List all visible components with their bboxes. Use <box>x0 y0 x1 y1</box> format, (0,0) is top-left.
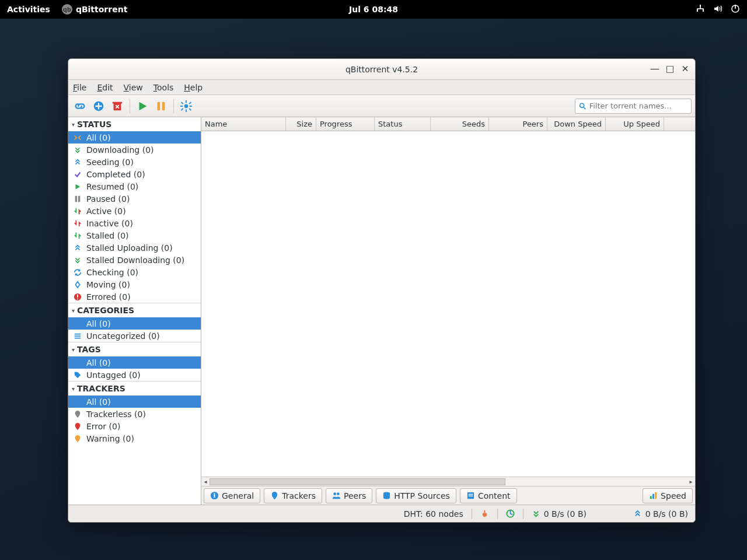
tracker-trackerless[interactable]: Trackerless (0) <box>68 408 201 420</box>
filter-downloading[interactable]: Downloading (0) <box>68 144 201 156</box>
svg-point-10 <box>184 104 188 107</box>
svg-rect-21 <box>78 195 81 202</box>
torrent-list-pane: Name Size Progress Status Seeds Peers Do… <box>201 117 695 505</box>
filter-paused[interactable]: Paused (0) <box>68 192 201 205</box>
svg-point-19 <box>580 103 584 107</box>
minimize-button[interactable]: ― <box>650 64 660 74</box>
add-link-button[interactable] <box>72 98 88 114</box>
filter-stalled[interactable]: Stalled (0) <box>68 229 201 242</box>
menubar: File Edit View Tools Help <box>68 80 695 95</box>
svg-point-27 <box>333 492 336 495</box>
add-torrent-button[interactable] <box>90 98 107 114</box>
filter-search[interactable] <box>575 99 692 114</box>
svg-rect-7 <box>113 102 123 103</box>
section-status[interactable]: ▾STATUS <box>68 117 201 131</box>
col-seeds[interactable]: Seeds <box>431 117 489 131</box>
taskbar-app[interactable]: qb qBittorrent <box>62 4 127 15</box>
svg-rect-12 <box>186 109 187 112</box>
col-status[interactable]: Status <box>375 117 431 131</box>
svg-rect-14 <box>190 106 193 107</box>
menu-file[interactable]: File <box>73 83 86 92</box>
close-button[interactable]: ✕ <box>680 64 690 74</box>
detail-tabs: iGeneral Trackers Peers HTTP Sources Con… <box>201 486 695 505</box>
col-up-speed[interactable]: Up Speed <box>606 117 664 131</box>
tracker-error[interactable]: Error (0) <box>68 420 201 432</box>
torrent-list[interactable] <box>201 131 695 477</box>
tab-speed[interactable]: Speed <box>643 488 693 503</box>
filter-inactive[interactable]: Inactive (0) <box>68 217 201 229</box>
filter-completed[interactable]: Completed (0) <box>68 168 201 180</box>
download-rate[interactable]: 0 B/s (0 B) <box>532 509 625 519</box>
statusbar: DHT: 60 nodes 0 B/s (0 B) 0 B/s (0 B) <box>68 505 695 522</box>
section-tags[interactable]: ▾TAGS <box>68 342 201 356</box>
firewall-icon[interactable] <box>480 509 489 518</box>
tab-peers[interactable]: Peers <box>326 488 372 503</box>
menu-tools[interactable]: Tools <box>153 83 174 92</box>
network-icon[interactable] <box>696 4 705 15</box>
svg-rect-32 <box>469 496 473 496</box>
col-size[interactable]: Size <box>286 117 316 131</box>
filter-resumed[interactable]: Resumed (0) <box>68 180 201 192</box>
tag-all[interactable]: All (0) <box>68 356 201 369</box>
toolbar <box>68 95 695 117</box>
col-progress[interactable]: Progress <box>316 117 375 131</box>
svg-rect-31 <box>469 494 473 495</box>
filter-input[interactable] <box>589 102 687 110</box>
svg-text:i: i <box>214 492 216 499</box>
qbittorrent-icon: qb <box>62 4 72 15</box>
category-uncategorized[interactable]: Uncategorized (0) <box>68 330 201 342</box>
filter-all[interactable]: All (0) <box>68 131 201 144</box>
col-down-speed[interactable]: Down Speed <box>547 117 606 131</box>
filter-stalled-downloading[interactable]: Stalled Downloading (0) <box>68 254 201 266</box>
tag-untagged[interactable]: Untagged (0) <box>68 369 201 381</box>
filter-checking[interactable]: Checking (0) <box>68 266 201 278</box>
volume-icon[interactable] <box>713 4 722 15</box>
col-peers[interactable]: Peers <box>489 117 547 131</box>
tab-general[interactable]: iGeneral <box>204 488 260 503</box>
alt-speed-icon[interactable] <box>506 509 515 518</box>
power-icon[interactable] <box>731 4 740 15</box>
filter-stalled-uploading[interactable]: Stalled Uploading (0) <box>68 242 201 254</box>
upload-rate[interactable]: 0 B/s (0 B) <box>633 509 688 519</box>
tab-content[interactable]: Content <box>460 488 517 503</box>
svg-rect-20 <box>75 195 78 202</box>
category-all[interactable]: All (0) <box>68 317 201 330</box>
menu-help[interactable]: Help <box>184 83 203 92</box>
maximize-button[interactable]: □ <box>665 64 675 74</box>
col-name[interactable]: Name <box>201 117 286 131</box>
titlebar[interactable]: qBittorrent v4.5.2 ― □ ✕ <box>68 59 695 80</box>
svg-rect-15 <box>181 102 184 104</box>
menu-edit[interactable]: Edit <box>97 83 113 92</box>
svg-rect-17 <box>181 108 184 111</box>
section-trackers[interactable]: ▾TRACKERS <box>68 381 201 396</box>
svg-rect-4 <box>735 5 736 9</box>
dht-status[interactable]: DHT: 60 nodes <box>404 509 463 519</box>
activities-button[interactable]: Activities <box>7 5 50 14</box>
svg-point-28 <box>337 492 340 495</box>
window-title: qBittorrent v4.5.2 <box>345 65 418 74</box>
tab-http-sources[interactable]: HTTP Sources <box>376 488 456 503</box>
settings-button[interactable] <box>178 98 194 114</box>
menu-view[interactable]: View <box>124 83 143 92</box>
resume-button[interactable] <box>134 98 151 114</box>
svg-rect-8 <box>158 102 160 110</box>
qbittorrent-window: qBittorrent v4.5.2 ― □ ✕ File Edit View … <box>68 58 696 523</box>
svg-rect-35 <box>655 492 657 499</box>
svg-rect-0 <box>700 5 701 7</box>
filter-active[interactable]: Active (0) <box>68 205 201 217</box>
clock[interactable]: Jul 6 08:48 <box>349 5 398 14</box>
svg-rect-9 <box>162 102 165 110</box>
horizontal-scrollbar[interactable]: ◂▸ <box>201 477 695 486</box>
svg-rect-23 <box>77 294 78 297</box>
section-categories[interactable]: ▾CATEGORIES <box>68 303 201 317</box>
tracker-all[interactable]: All (0) <box>68 396 201 408</box>
svg-rect-18 <box>189 102 192 104</box>
tab-trackers[interactable]: Trackers <box>264 488 322 503</box>
filter-seeding[interactable]: Seeding (0) <box>68 156 201 168</box>
pause-button[interactable] <box>153 98 169 114</box>
filter-moving[interactable]: Moving (0) <box>68 278 201 290</box>
delete-button[interactable] <box>109 98 125 114</box>
svg-rect-1 <box>697 9 698 12</box>
tracker-warning[interactable]: Warning (0) <box>68 432 201 444</box>
filter-errored[interactable]: Errored (0) <box>68 290 201 303</box>
